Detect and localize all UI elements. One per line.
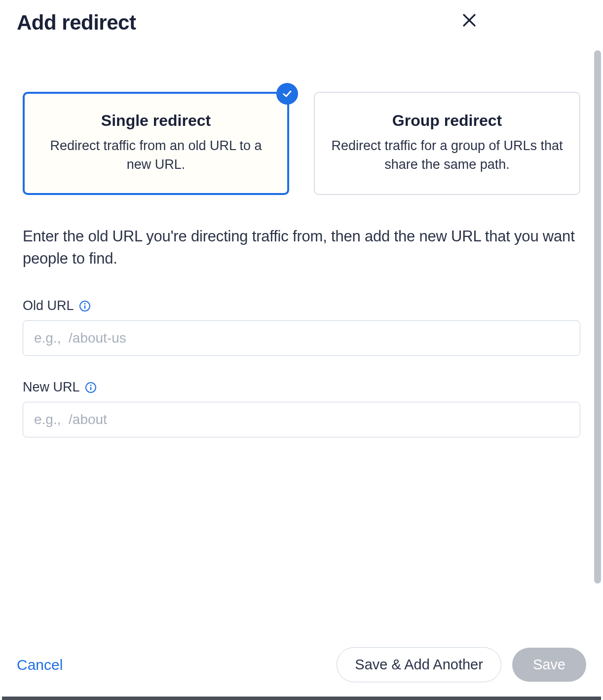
info-icon: [85, 382, 97, 393]
close-icon: [462, 13, 477, 28]
new-url-info-button[interactable]: [85, 382, 97, 393]
new-url-input[interactable]: [23, 402, 580, 437]
new-url-label-row: New URL: [23, 380, 580, 395]
single-redirect-title: Single redirect: [38, 112, 273, 130]
group-redirect-title: Group redirect: [330, 112, 565, 130]
save-add-another-button[interactable]: Save & Add Another: [337, 647, 501, 682]
footer-right: Save & Add Another Save: [337, 647, 586, 682]
single-redirect-description: Redirect traffic from an old URL to a ne…: [38, 137, 273, 174]
old-url-field-group: Old URL: [23, 298, 580, 356]
selected-badge: [276, 83, 298, 105]
redirect-type-options: Single redirect Redirect traffic from an…: [23, 92, 580, 195]
new-url-label: New URL: [23, 380, 80, 395]
bottom-border: [2, 697, 601, 700]
svg-point-6: [90, 385, 91, 386]
svg-rect-4: [84, 305, 85, 309]
group-redirect-card[interactable]: Group redirect Redirect traffic for a gr…: [314, 92, 580, 195]
old-url-input[interactable]: [23, 320, 580, 356]
scrollbar[interactable]: [594, 50, 601, 583]
old-url-label-row: Old URL: [23, 298, 580, 313]
group-redirect-description: Redirect traffic for a group of URLs tha…: [330, 137, 565, 174]
svg-point-3: [84, 303, 85, 305]
svg-rect-7: [90, 387, 91, 390]
dialog-header: Add redirect: [0, 0, 603, 35]
dialog-title: Add redirect: [17, 11, 136, 35]
save-button[interactable]: Save: [512, 648, 586, 682]
instruction-text: Enter the old URL you're directing traff…: [23, 226, 580, 270]
new-url-field-group: New URL: [23, 380, 580, 437]
info-icon: [79, 300, 91, 312]
old-url-label: Old URL: [23, 298, 74, 313]
close-button[interactable]: [459, 10, 480, 31]
check-icon: [282, 88, 293, 99]
old-url-info-button[interactable]: [79, 300, 91, 312]
dialog-footer: Cancel Save & Add Another Save: [0, 647, 603, 682]
cancel-button[interactable]: Cancel: [17, 653, 63, 677]
single-redirect-card[interactable]: Single redirect Redirect traffic from an…: [23, 92, 289, 195]
dialog-body: Single redirect Redirect traffic from an…: [0, 64, 603, 647]
add-redirect-dialog: Add redirect Single redirect Redirect tr…: [0, 0, 603, 700]
